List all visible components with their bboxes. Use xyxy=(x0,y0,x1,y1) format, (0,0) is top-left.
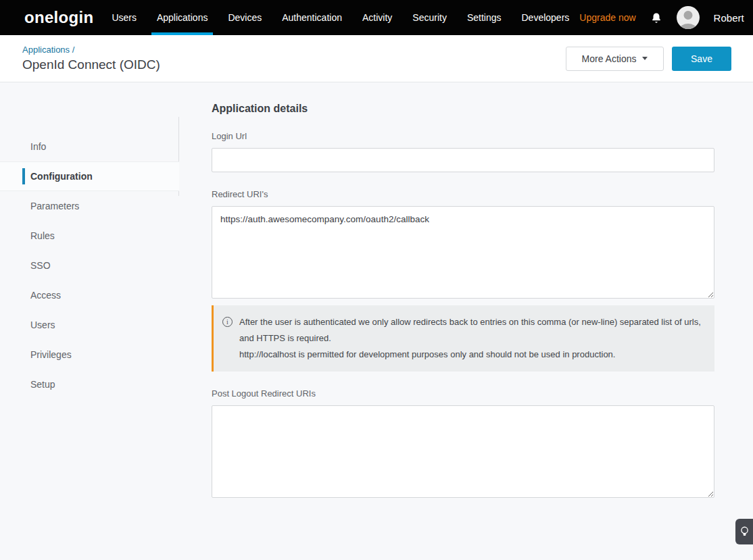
breadcrumb[interactable]: Applications / xyxy=(22,45,160,55)
navbar-menu: UsersApplicationsDevicesAuthenticationAc… xyxy=(101,0,579,35)
nav-item-authentication[interactable]: Authentication xyxy=(272,0,352,35)
info-note-text: After the user is authenticated we only … xyxy=(239,314,704,363)
sidebar-item-label: Privileges xyxy=(30,349,72,360)
bell-icon[interactable] xyxy=(650,11,662,24)
top-navbar: onelogin UsersApplicationsDevicesAuthent… xyxy=(0,0,753,35)
sidebar-item-sso[interactable]: SSO xyxy=(0,251,179,280)
username[interactable]: Robert xyxy=(714,12,744,24)
sidebar-item-rules[interactable]: Rules xyxy=(0,221,179,251)
sidebar-item-label: Rules xyxy=(30,230,55,241)
sidebar-item-label: SSO xyxy=(30,260,51,271)
nav-item-devices[interactable]: Devices xyxy=(218,0,272,35)
info-note-line1: After the user is authenticated we only … xyxy=(239,314,704,347)
active-item-accent-bar xyxy=(22,168,25,184)
navbar-right: Upgrade now Robert xyxy=(579,0,744,35)
sidebar-item-access[interactable]: Access xyxy=(0,280,179,310)
sidebar-item-label: Configuration xyxy=(30,171,93,182)
post-logout-redirect-uris-textarea[interactable] xyxy=(212,405,714,498)
sidebar-item-users[interactable]: Users xyxy=(0,310,179,340)
sidebar-item-privileges[interactable]: Privileges xyxy=(0,340,179,370)
sidebar-nav: InfoConfigurationParametersRulesSSOAcces… xyxy=(0,82,179,498)
sidebar-item-label: Setup xyxy=(30,379,55,390)
sidebar-item-label: Info xyxy=(30,141,46,152)
info-note-line2: http://localhost is permitted for develo… xyxy=(239,347,704,363)
redirect-uris-textarea[interactable] xyxy=(212,206,714,299)
nav-item-developers[interactable]: Developers xyxy=(512,0,580,35)
info-icon xyxy=(222,317,233,327)
login-url-label: Login Url xyxy=(212,131,714,141)
chevron-down-icon xyxy=(642,57,648,60)
more-actions-label: More Actions xyxy=(582,53,637,64)
sidebar-item-label: Access xyxy=(30,290,61,301)
avatar[interactable] xyxy=(677,6,700,29)
post-logout-redirect-uris-label: Post Logout Redirect URIs xyxy=(212,388,714,399)
more-actions-button[interactable]: More Actions xyxy=(566,47,664,71)
help-tips-toggle-button[interactable] xyxy=(735,519,753,544)
sidebar-item-configuration[interactable]: Configuration xyxy=(0,161,179,191)
sidebar-item-label: Parameters xyxy=(30,201,79,211)
main-panel: Application details Login Url Redirect U… xyxy=(212,82,714,498)
sidebar-item-setup[interactable]: Setup xyxy=(0,370,179,399)
nav-item-users[interactable]: Users xyxy=(101,0,147,35)
avatar-head-shape xyxy=(683,11,692,20)
nav-item-applications[interactable]: Applications xyxy=(147,0,218,35)
nav-item-activity[interactable]: Activity xyxy=(352,0,402,35)
nav-item-settings[interactable]: Settings xyxy=(457,0,512,35)
header-titles: Applications / OpenId Connect (OIDC) xyxy=(22,45,160,72)
section-title: Application details xyxy=(212,103,714,115)
redirect-uris-label: Redirect URI's xyxy=(212,189,714,199)
header-actions: More Actions Save xyxy=(566,47,731,71)
page-header: Applications / OpenId Connect (OIDC) Mor… xyxy=(0,35,753,82)
login-url-input[interactable] xyxy=(212,148,714,172)
redirect-uris-info-note: After the user is authenticated we only … xyxy=(212,305,714,372)
lightbulb-icon xyxy=(740,526,749,538)
page-title: OpenId Connect (OIDC) xyxy=(22,57,160,72)
avatar-torso-shape xyxy=(680,24,696,29)
content-area: InfoConfigurationParametersRulesSSOAcces… xyxy=(0,82,753,498)
sidebar-item-info[interactable]: Info xyxy=(0,132,179,161)
save-button[interactable]: Save xyxy=(672,47,731,71)
sidebar-item-label: Users xyxy=(30,320,55,330)
sidebar-item-parameters[interactable]: Parameters xyxy=(0,191,179,221)
upgrade-now-link[interactable]: Upgrade now xyxy=(579,12,635,23)
onelogin-logo[interactable]: onelogin xyxy=(24,0,93,35)
nav-item-security[interactable]: Security xyxy=(402,0,457,35)
